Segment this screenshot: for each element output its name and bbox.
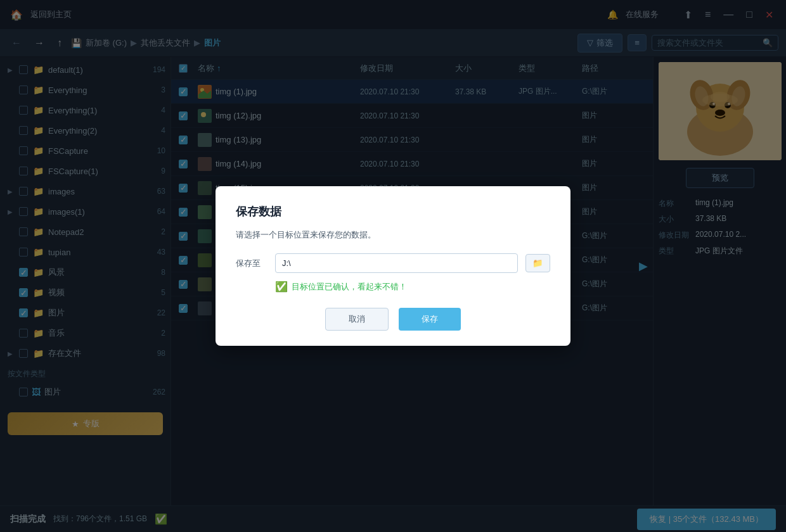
modal-desc: 请选择一个目标位置来保存您的数据。 — [236, 229, 550, 241]
save-path-input[interactable] — [275, 253, 518, 273]
check-icon: ✅ — [275, 281, 288, 293]
modal-actions: 取消 保存 — [236, 308, 550, 331]
folder-browse-icon: 📁 — [532, 258, 543, 268]
save-path-row: 保存至 📁 — [236, 253, 550, 273]
validation-message: ✅ 目标位置已确认，看起来不错！ — [275, 281, 550, 293]
save-dialog: 保存数据 请选择一个目标位置来保存您的数据。 保存至 📁 ✅ 目标位置已确认，看… — [216, 186, 570, 346]
cancel-button[interactable]: 取消 — [325, 308, 389, 331]
modal-title: 保存数据 — [236, 204, 550, 219]
browse-button[interactable]: 📁 — [525, 254, 550, 272]
save-to-label: 保存至 — [236, 258, 267, 269]
save-dialog-overlay: 保存数据 请选择一个目标位置来保存您的数据。 保存至 📁 ✅ 目标位置已确认，看… — [0, 0, 786, 532]
save-button[interactable]: 保存 — [399, 308, 461, 331]
